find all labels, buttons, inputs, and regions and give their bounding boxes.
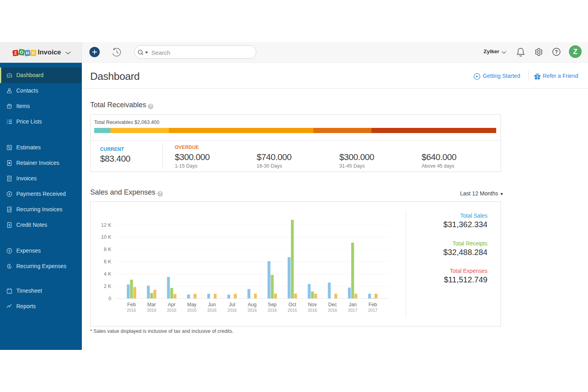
svg-text:6 K: 6 K [104,259,111,265]
svg-text:2016: 2016 [288,308,297,313]
svg-text:$: $ [8,265,10,268]
svg-text:4 K: 4 K [104,271,111,277]
svg-text:$: $ [8,249,10,253]
svg-text:12 K: 12 K [101,222,111,228]
svg-text:2016: 2016 [227,308,237,313]
svg-text:Nov: Nov [308,302,317,307]
svg-text:2016: 2016 [147,308,157,313]
svg-text:0: 0 [108,296,111,301]
svg-text:Dec: Dec [328,302,337,307]
svg-text:Jan: Jan [349,302,357,307]
svg-text:Jun: Jun [208,302,216,307]
svg-text:May: May [187,302,197,307]
svg-text:$: $ [8,192,10,196]
svg-text:2016: 2016 [167,308,177,313]
svg-text:Apr: Apr [168,302,175,307]
svg-text:2017: 2017 [368,308,378,313]
svg-text:Feb: Feb [368,302,377,307]
svg-text:?: ? [555,49,558,55]
svg-text:2016: 2016 [268,308,277,313]
svg-text:Sep: Sep [268,302,277,307]
svg-text:2016: 2016 [127,308,136,313]
svg-text:Oct: Oct [288,302,296,307]
svg-text:Feb: Feb [127,302,136,307]
svg-text:Aug: Aug [248,302,256,307]
svg-text:2016: 2016 [308,308,317,313]
svg-text:2016: 2016 [187,308,197,313]
svg-text:Jul: Jul [229,302,235,307]
svg-text:2 K: 2 K [104,284,111,289]
svg-text:2016: 2016 [248,308,257,313]
svg-text:10 K: 10 K [101,234,111,240]
svg-text:8 K: 8 K [104,247,111,252]
svg-text:2016: 2016 [328,308,337,313]
svg-text:Mar: Mar [147,302,156,307]
svg-text:2016: 2016 [207,308,217,313]
svg-text:$: $ [8,223,10,227]
svg-text:::: :: [9,290,10,293]
svg-text:2017: 2017 [348,308,358,313]
